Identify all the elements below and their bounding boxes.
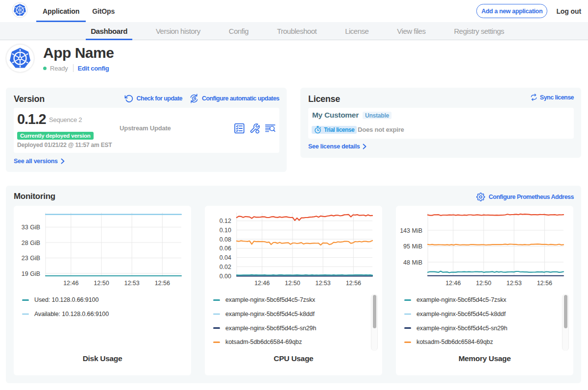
svg-text:23 GiB: 23 GiB <box>22 255 40 262</box>
svg-text:19 GiB: 19 GiB <box>22 270 40 277</box>
svg-text:12:50: 12:50 <box>285 280 300 287</box>
svg-text:12:46: 12:46 <box>445 280 461 287</box>
svg-text:28 GiB: 28 GiB <box>22 240 40 246</box>
svg-text:0.06: 0.06 <box>220 245 231 252</box>
svg-text:0.10: 0.10 <box>220 227 231 234</box>
svg-text:0.00: 0.00 <box>220 273 231 280</box>
svg-text:12:56: 12:56 <box>346 280 361 287</box>
svg-text:12:53: 12:53 <box>315 280 330 287</box>
svg-text:143 MiB: 143 MiB <box>400 227 422 234</box>
svg-text:12:50: 12:50 <box>476 280 491 287</box>
svg-text:0.04: 0.04 <box>220 254 231 261</box>
svg-text:12:53: 12:53 <box>124 280 139 287</box>
svg-text:48 MiB: 48 MiB <box>403 259 422 266</box>
svg-text:12:56: 12:56 <box>537 280 552 287</box>
svg-text:12:50: 12:50 <box>94 280 109 287</box>
svg-text:12:53: 12:53 <box>506 280 521 287</box>
svg-text:33 GiB: 33 GiB <box>22 224 40 231</box>
svg-text:12:46: 12:46 <box>63 280 78 287</box>
svg-text:95 MiB: 95 MiB <box>403 243 422 250</box>
svg-text:0.02: 0.02 <box>220 264 231 270</box>
svg-text:0.12: 0.12 <box>220 218 231 224</box>
svg-text:12:46: 12:46 <box>254 280 270 287</box>
svg-text:12:56: 12:56 <box>155 280 170 287</box>
svg-text:0.08: 0.08 <box>220 236 231 243</box>
